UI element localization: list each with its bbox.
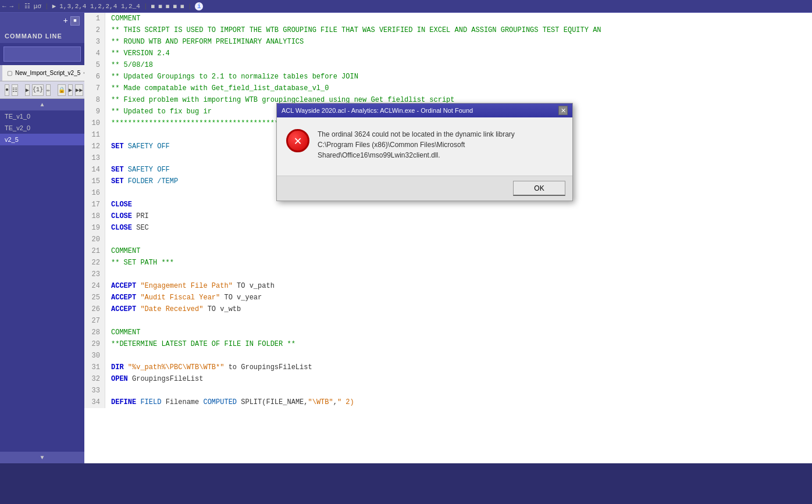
table-row: 30 xyxy=(84,350,812,362)
toolbar-icons: ← → | ☷ μσ | ▶ 1,3,2,4 1,2,2,4 1,2_4 | ◼… xyxy=(2,2,203,10)
tab-bar-sidebar: ▢ New_Import_Script_v2_5 • ✕ xyxy=(0,65,84,81)
toolbar-runall-btn[interactable]: ▶▶ xyxy=(75,84,83,96)
toolbar-run-btn[interactable]: ▶ xyxy=(68,84,73,96)
toolbar-icon-forward[interactable]: → xyxy=(10,3,14,10)
toolbar-record-btn[interactable]: ● xyxy=(5,84,9,96)
table-row: 32 OPEN GroupingsFileList xyxy=(84,373,812,385)
table-row: 2 ** THIS SCRIPT IS USED TO IMPORT THE W… xyxy=(84,24,812,36)
toolbar-icon-misc3[interactable]: ◼ xyxy=(166,2,170,10)
table-row: 3 ** ROUND WTB AND PERFORM PRELIMINARY A… xyxy=(84,36,812,48)
sidebar-item-te-v2[interactable]: TE_v2_0 xyxy=(0,122,84,134)
dialog-title: ACL Wayside 2020.acl - Analytics: ACLWin… xyxy=(282,107,473,114)
dialog-footer: OK xyxy=(277,176,572,201)
table-row: 19 CLOSE SEC xyxy=(84,222,812,234)
table-row: 31 DIR "%v_path%\PBC\WTB\WTB*" to Groupi… xyxy=(84,362,812,373)
tab-label: New_Import_Script_v2_5 xyxy=(15,70,80,76)
error-icon: ✕ xyxy=(286,129,309,152)
toolbar-icon-info[interactable]: i xyxy=(195,2,203,10)
script-toolbar: ● ☷ ▶ {1} ✏ 🔒 ▶ ▶▶ ✓ ← ↘ ↻ ⚙ xyxy=(0,81,84,99)
sidebar-scroll-down[interactable]: ▼ xyxy=(0,452,84,463)
table-row: 20 xyxy=(84,234,812,245)
dialog-message: The ordinal 3624 could not be located in… xyxy=(318,129,515,160)
toolbar-lock-btn[interactable]: 🔒 xyxy=(58,84,66,96)
table-row: 34 DEFINE FIELD Filename COMPUTED SPLIT(… xyxy=(84,396,812,408)
table-row: 1 COMMENT xyxy=(84,13,812,24)
toolbar-play-btn[interactable]: ▶ xyxy=(25,84,30,96)
toolbar-icon-play[interactable]: ▶ xyxy=(52,2,56,10)
toolbar-icon-grid[interactable]: ☷ xyxy=(24,2,30,10)
toolbar-edit-btn[interactable]: ✏ xyxy=(46,84,51,96)
table-row: 18 CLOSE PRI xyxy=(84,210,812,222)
left-sidebar: + ■ COMMAND LINE ▢ New_Import_Script_v2_… xyxy=(0,13,84,463)
main-content: + ■ COMMAND LINE ▢ New_Import_Script_v2_… xyxy=(0,13,812,463)
dialog-titlebar: ACL Wayside 2020.acl - Analytics: ACLWin… xyxy=(277,103,572,117)
table-row: 25 ACCEPT "Audit Fiscal Year" TO v_year xyxy=(84,292,812,303)
toolbar-icon-back[interactable]: ← xyxy=(2,3,6,10)
sidebar-item-te-v1[interactable]: TE_v1_0 xyxy=(0,110,84,122)
table-row: 6 ** Updated Groupings to 2.1 to normali… xyxy=(84,71,812,83)
toolbar-icon-misc5[interactable]: ◼ xyxy=(180,2,184,10)
toolbar-icon-misc4[interactable]: ◼ xyxy=(173,2,177,10)
toolbar-sep3: | xyxy=(144,3,148,10)
sidebar-add-button[interactable]: + xyxy=(63,16,68,26)
sidebar-items: TE_v1_0 TE_v2_0 v2_5 xyxy=(0,110,84,452)
dialog-body: ✕ The ordinal 3624 could not be located … xyxy=(277,117,572,176)
top-toolbar: ← → | ☷ μσ | ▶ 1,3,2,4 1,2,2,4 1,2_4 | ◼… xyxy=(0,0,812,13)
table-row: 4 ** VERSION 2.4 xyxy=(84,48,812,59)
toolbar-sep1: | xyxy=(17,3,21,10)
toolbar-sep4: | xyxy=(188,3,192,10)
table-row: 26 ACCEPT "Date Received" TO v_wtb xyxy=(84,303,812,315)
table-row: 22 ** SET PATH *** xyxy=(84,257,812,269)
toolbar-icon-nums[interactable]: 1,3,2,4 1,2,2,4 1,2_4 xyxy=(59,3,140,10)
sidebar-scroll-up[interactable]: ▲ xyxy=(0,99,84,110)
tab-icon: ▢ xyxy=(7,70,12,76)
table-row: 29 **DETERMINE LATEST DATE OF FILE IN FO… xyxy=(84,338,812,350)
dialog-ok-button[interactable]: OK xyxy=(513,181,565,196)
table-row: 27 xyxy=(84,315,812,327)
sidebar-item-v2-5[interactable]: v2_5 xyxy=(0,134,84,145)
table-row: 7 ** Made compatable with Get_field_list… xyxy=(84,83,812,94)
toolbar-icon-misc1[interactable]: ◼ xyxy=(151,2,155,10)
command-line-label: COMMAND LINE xyxy=(0,29,84,43)
table-row: 28 COMMENT xyxy=(84,327,812,338)
table-row: 5 ** 5/08/18 xyxy=(84,59,812,71)
toolbar-step-btn[interactable]: {1} xyxy=(32,84,44,96)
toolbar-sep2: | xyxy=(45,3,49,10)
sidebar-top-bar: + ■ xyxy=(0,13,84,29)
script-editor: 1 COMMENT 2 ** THIS SCRIPT IS USED TO IM… xyxy=(84,13,812,463)
dialog-close-button[interactable]: ✕ xyxy=(558,106,568,115)
toolbar-icon-mu[interactable]: μσ xyxy=(34,3,41,10)
command-line-input[interactable] xyxy=(3,47,81,62)
editor-content[interactable]: 1 COMMENT 2 ** THIS SCRIPT IS USED TO IM… xyxy=(84,13,812,463)
table-row: 23 xyxy=(84,269,812,280)
toolbar-icon-misc2[interactable]: ◼ xyxy=(158,2,162,10)
sidebar-collapse-button[interactable]: ■ xyxy=(70,16,80,26)
table-row: 33 xyxy=(84,385,812,396)
table-row: 21 COMMENT xyxy=(84,245,812,257)
error-dialog: ACL Wayside 2020.acl - Analytics: ACLWin… xyxy=(276,103,573,201)
toolbar-grid-btn[interactable]: ☷ xyxy=(12,84,18,96)
table-row: 24 ACCEPT "Engagement File Path" TO v_pa… xyxy=(84,280,812,292)
